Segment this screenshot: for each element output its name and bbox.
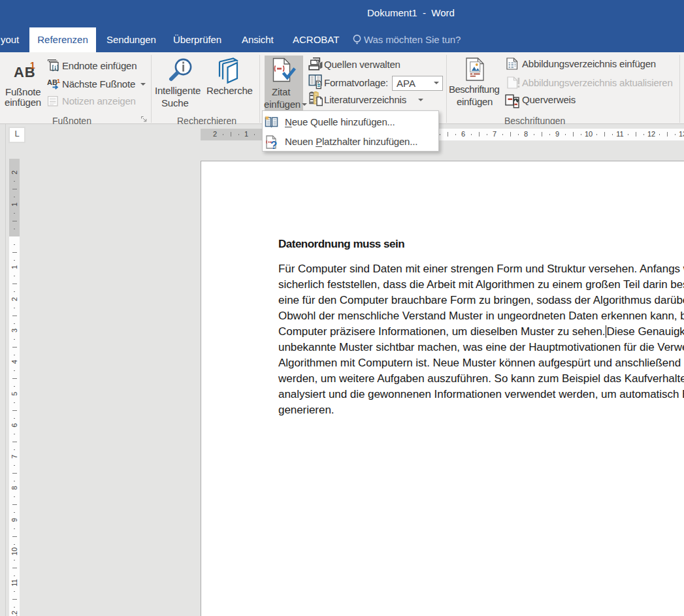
svg-text:AB: AB bbox=[47, 78, 57, 86]
svg-text:?: ? bbox=[270, 139, 277, 150]
svg-text:1: 1 bbox=[57, 78, 60, 84]
